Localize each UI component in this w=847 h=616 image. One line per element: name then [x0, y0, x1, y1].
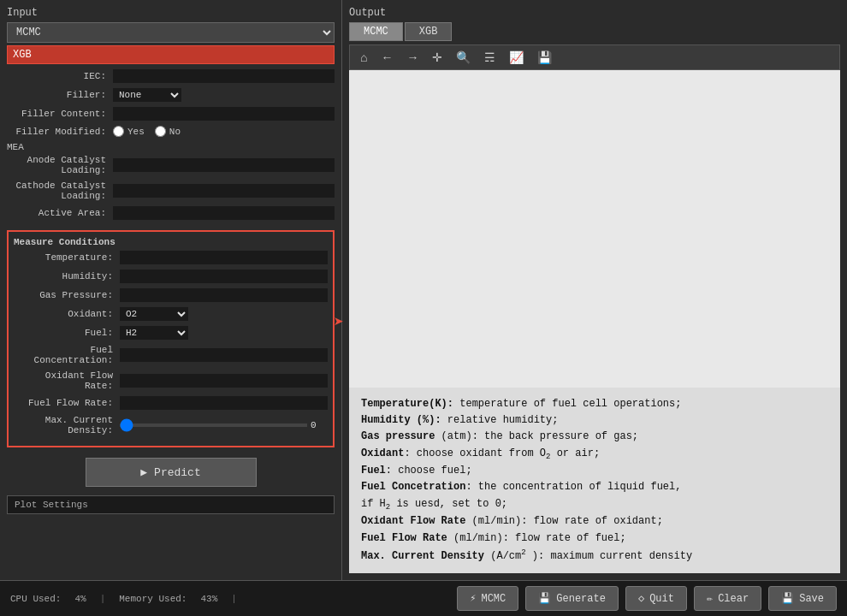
info-line3-bold: Gas pressure	[361, 430, 435, 442]
toolbar-save-btn[interactable]: 💾	[534, 49, 555, 66]
info-line2: Humidity (%): relative humidity;	[361, 412, 828, 429]
filler-content-input[interactable]	[113, 107, 335, 121]
info-overlay: Temperature(K): temperature of fuel cell…	[349, 388, 840, 573]
no-radio[interactable]	[155, 126, 166, 137]
anode-label: Anode Catalyst Loading:	[7, 155, 110, 175]
yes-radio-label[interactable]: Yes	[113, 126, 145, 137]
toolbar-zoom-btn[interactable]: 🔍	[453, 49, 474, 66]
gas-pressure-input[interactable]	[120, 288, 328, 302]
max-current-row: Max. Current Density: 0	[14, 415, 328, 435]
info-line8-bold: Oxidant Flow Rate	[361, 515, 465, 527]
plot-settings-bar[interactable]: Plot Settings	[7, 495, 335, 514]
no-radio-label[interactable]: No	[155, 126, 181, 137]
info-line9-rest: (ml/min): flow rate of fuel;	[447, 532, 626, 544]
left-panel: Input MCMC XGB IEC: Filler: None Filler …	[0, 0, 342, 580]
mea-title: MEA	[7, 142, 335, 152]
anode-input[interactable]	[113, 158, 335, 172]
quit-button[interactable]: ◇ Quit	[625, 586, 687, 611]
status-info: CPU Used: 4% | Memory Used: 43% |	[10, 594, 237, 604]
info-line4: Oxidant: choose oxidant from O2 or air;	[361, 446, 828, 464]
quit-icon: ◇	[638, 592, 644, 605]
clear-icon: ✏	[707, 592, 713, 605]
fuel-select[interactable]: H2	[120, 326, 188, 340]
generate-btn-label: Generate	[556, 593, 606, 605]
tab-xgb[interactable]: XGB	[405, 22, 453, 41]
info-line9: Fuel Flow Rate (ml/min): flow rate of fu…	[361, 530, 828, 547]
active-area-row: Active Area:	[7, 206, 335, 220]
iec-input[interactable]	[113, 69, 335, 83]
mea-section: MEA Anode Catalyst Loading: Cathode Cata…	[7, 142, 335, 225]
info-line7: if H2 is uesd, set to 0;	[361, 496, 828, 514]
max-current-slider-container: 0	[120, 420, 328, 430]
cathode-input[interactable]	[113, 184, 335, 198]
filler-row: Filler: None	[7, 88, 335, 102]
max-current-slider[interactable]	[120, 424, 307, 427]
filler-select[interactable]: None	[113, 88, 181, 102]
fuel-conc-input[interactable]	[120, 348, 328, 362]
info-line3: Gas pressure (atm): the back pressure of…	[361, 429, 828, 445]
info-line3-rest: (atm): the back pressure of gas;	[435, 430, 638, 442]
info-line1-rest: temperature of fuel cell operations;	[453, 398, 681, 410]
info-line6: Fuel Concetration: the concentration of …	[361, 479, 828, 495]
arrow-indicator: ➤	[334, 311, 344, 333]
toolbar-chart-btn[interactable]: 📈	[506, 49, 527, 66]
filler-modified-radio: Yes No	[113, 126, 335, 137]
info-line9-bold: Fuel Flow Rate	[361, 532, 447, 544]
model-mcmc-select[interactable]: MCMC	[7, 22, 335, 43]
tab-bar: MCMC XGB	[349, 22, 840, 41]
toolbar-home-btn[interactable]: ⌂	[357, 49, 370, 66]
plot-area-container: ➤ Temperature(K): temperature of fuel ce…	[349, 70, 840, 573]
filler-label: Filler:	[7, 90, 110, 100]
gas-pressure-label: Gas Pressure:	[14, 290, 116, 300]
predict-button[interactable]: ▶ Predict	[86, 458, 257, 487]
mcmc-button[interactable]: ⚡ MCMC	[457, 586, 518, 611]
toolbar-pan-btn[interactable]: ✛	[429, 49, 446, 66]
info-line4-rest: : choose oxidant from O2 or air;	[404, 447, 600, 459]
iec-label: IEC:	[7, 71, 110, 81]
measure-title: Measure Conditions	[14, 237, 328, 247]
cpu-value: 4%	[74, 594, 86, 604]
humidity-label: Humidity:	[14, 271, 116, 281]
generate-icon: 💾	[538, 592, 551, 605]
cathode-row: Cathode Catalyst Loading:	[7, 181, 335, 201]
generate-button[interactable]: 💾 Generate	[525, 586, 619, 611]
info-line5-bold: Fuel	[361, 465, 386, 477]
yes-radio[interactable]	[113, 126, 124, 137]
plot-area: ➤ Temperature(K): temperature of fuel ce…	[349, 70, 840, 573]
info-line1: Temperature(K): temperature of fuel cell…	[361, 396, 828, 412]
save-btn-label: Save	[799, 593, 824, 605]
oxidant-select[interactable]: O2	[120, 307, 188, 321]
info-line6-bold: Fuel Concetration	[361, 481, 465, 493]
oxidant-flow-input[interactable]	[120, 374, 328, 388]
info-line7-text: if H2 is uesd, set to 0;	[361, 498, 507, 510]
filler-content-label: Filler Content:	[7, 109, 110, 119]
oxidant-row: Oxidant: O2	[14, 307, 328, 321]
action-buttons: ⚡ MCMC 💾 Generate ◇ Quit ✏ Clear 💾 Save	[457, 586, 837, 611]
max-current-value: 0	[311, 420, 328, 430]
clear-button[interactable]: ✏ Clear	[694, 586, 761, 611]
anode-row: Anode Catalyst Loading:	[7, 155, 335, 175]
oxidant-flow-row: Oxidant Flow Rate:	[14, 370, 328, 391]
fuel-flow-input[interactable]	[120, 396, 328, 410]
toolbar-forward-btn[interactable]: →	[403, 49, 422, 66]
active-area-input[interactable]	[113, 206, 335, 220]
tab-mcmc[interactable]: MCMC	[349, 22, 403, 41]
toolbar-back-btn[interactable]: ←	[377, 49, 396, 66]
filler-content-row: Filler Content:	[7, 107, 335, 121]
filler-modified-row: Filler Modified: Yes No	[7, 126, 335, 137]
temperature-input[interactable]	[120, 251, 328, 264]
info-line5-rest: : choose fuel;	[386, 465, 472, 477]
oxidant-flow-label: Oxidant Flow Rate:	[14, 370, 116, 391]
info-line8: Oxidant Flow Rate (ml/min): flow rate of…	[361, 513, 828, 530]
toolbar-settings-btn[interactable]: ☴	[481, 49, 499, 66]
save-button[interactable]: 💾 Save	[768, 586, 837, 611]
fuel-row: Fuel: H2	[14, 326, 328, 340]
info-line10: Max. Current Density (A/cm2 ): maximum c…	[361, 547, 828, 565]
model-xgb-selected[interactable]: XGB	[7, 45, 335, 64]
cathode-label: Cathode Catalyst Loading:	[7, 181, 110, 201]
info-line4-bold: Oxidant	[361, 447, 404, 459]
humidity-input[interactable]	[120, 270, 328, 283]
oxidant-label: Oxidant:	[14, 309, 116, 319]
bottom-bar: CPU Used: 4% | Memory Used: 43% | ⚡ MCMC…	[0, 580, 847, 616]
info-line10-bold: Max. Current Density	[361, 550, 484, 562]
